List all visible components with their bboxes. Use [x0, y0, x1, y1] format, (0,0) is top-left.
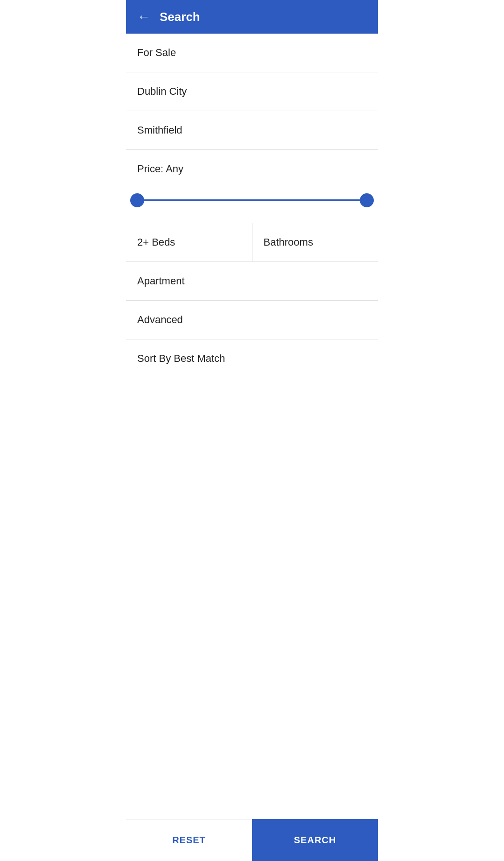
bottom-bar: RESET SEARCH: [126, 819, 378, 861]
sort-label: Sort By Best Match: [137, 353, 225, 365]
sort-item[interactable]: Sort By Best Match: [126, 339, 378, 378]
slider-thumb-right[interactable]: [360, 193, 374, 207]
smithfield-label: Smithfield: [137, 124, 182, 136]
advanced-item[interactable]: Advanced: [126, 301, 378, 339]
slider-thumb-left[interactable]: [130, 193, 144, 207]
beds-bath-row: 2+ Beds Bathrooms: [126, 223, 378, 262]
app-header: ← Search: [126, 0, 378, 34]
page-title: Search: [160, 10, 200, 24]
beds-label: 2+ Beds: [137, 236, 175, 248]
dublin-city-item[interactable]: Dublin City: [126, 72, 378, 111]
reset-button[interactable]: RESET: [126, 819, 252, 861]
apartment-item[interactable]: Apartment: [126, 262, 378, 301]
back-icon[interactable]: ←: [137, 9, 150, 24]
bathrooms-label: Bathrooms: [264, 236, 313, 248]
price-slider-container[interactable]: [137, 186, 367, 223]
beds-item[interactable]: 2+ Beds: [126, 223, 252, 261]
apartment-label: Apartment: [137, 275, 185, 287]
advanced-label: Advanced: [137, 314, 183, 326]
for-sale-label: For Sale: [137, 47, 176, 59]
content-area: For Sale Dublin City Smithfield Price: A…: [126, 34, 378, 434]
price-label: Price: Any: [137, 163, 367, 175]
slider-track: [137, 199, 367, 201]
bathrooms-item[interactable]: Bathrooms: [252, 223, 378, 261]
dublin-city-label: Dublin City: [137, 85, 187, 98]
search-button[interactable]: SEARCH: [252, 819, 378, 861]
price-section: Price: Any: [126, 150, 378, 223]
for-sale-item[interactable]: For Sale: [126, 34, 378, 72]
smithfield-item[interactable]: Smithfield: [126, 111, 378, 150]
